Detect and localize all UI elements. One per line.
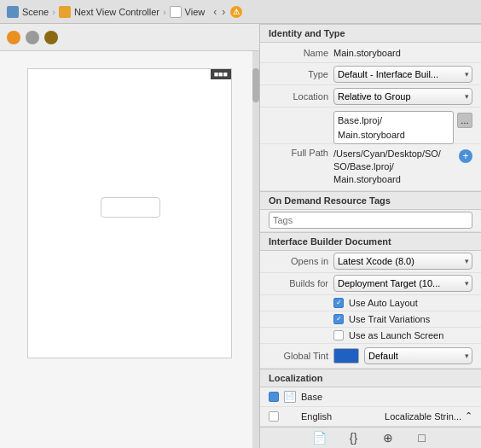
launch-screen-row: Use as Launch Screen <box>260 328 481 344</box>
name-row: Name Main.storyboard <box>260 43 481 63</box>
bottom-btn-add[interactable]: ⊕ <box>378 428 398 448</box>
trait-variations-checkbox[interactable] <box>333 314 344 324</box>
small-widget <box>101 197 160 218</box>
breadcrumb-vc[interactable]: Next View Controller <box>59 6 159 18</box>
fullpath-label: Full Path <box>269 148 328 158</box>
fullpath-row: Full Path /Users/Cyan/Desktop/SO/ SO/Bas… <box>260 144 481 191</box>
opens-in-select[interactable]: Latest Xcode (8.0) <box>333 253 472 270</box>
bottom-btn-code[interactable]: {} <box>344 428 364 448</box>
breadcrumb-view[interactable]: View <box>170 6 206 18</box>
scrollbar-right[interactable] <box>252 51 259 448</box>
tint-select-wrapper: Default ▾ <box>364 347 472 364</box>
localization-section-header: Localization <box>260 369 481 387</box>
vc-label: Next View Controller <box>74 7 159 17</box>
name-label: Name <box>269 48 328 58</box>
bottom-btn-file[interactable]: 📄 <box>310 428 330 448</box>
builds-for-select[interactable]: Deployment Target (10... <box>333 275 472 292</box>
english-file-icon <box>284 410 296 422</box>
frame-top-bar: ■■■ <box>211 69 231 79</box>
english-loc-row: English Localizable Strin... ⌃ <box>260 407 481 427</box>
main-content: ■■■ ↖ Identity and Type Name Main.storyb… <box>0 24 481 448</box>
launch-screen-label: Use as Launch Screen <box>349 330 443 340</box>
view-frame: ■■■ ↖ <box>27 68 232 358</box>
fullpath-text: /Users/Cyan/Desktop/SO/ SO/Base.lproj/ M… <box>333 148 455 187</box>
location-path-text: Base.lproj/ Main.storyboard <box>333 111 454 144</box>
nav-arrows: ‹ › <box>212 6 227 18</box>
location-path-label <box>269 111 328 113</box>
tags-input[interactable] <box>269 212 472 229</box>
opens-in-row: Opens in Latest Xcode (8.0) ▾ <box>260 251 481 273</box>
location-select-wrapper: Relative to Group ▾ <box>333 88 472 105</box>
english-checkbox[interactable] <box>269 411 279 422</box>
trait-variations-label: Use Trait Variations <box>349 314 430 324</box>
identity-section-header: Identity and Type <box>260 24 481 43</box>
english-chevron: ⌃ <box>465 410 472 422</box>
tint-swatch[interactable] <box>333 348 359 364</box>
nav-back-button[interactable]: ‹ <box>212 6 218 18</box>
top-nav-bar: Scene › Next View Controller › View ‹ › … <box>0 0 481 24</box>
tint-label: Global Tint <box>269 351 328 361</box>
canvas-btn-3[interactable] <box>44 31 58 44</box>
auto-layout-checkbox[interactable] <box>333 298 344 308</box>
auto-layout-label: Use Auto Layout <box>349 298 418 308</box>
location-browse-button[interactable]: … <box>457 113 472 128</box>
tags-row <box>260 210 481 232</box>
english-label: English <box>301 411 332 422</box>
opens-in-label: Opens in <box>269 256 328 266</box>
breadcrumb-scene[interactable]: Scene <box>7 6 49 18</box>
right-panel: Identity and Type Name Main.storyboard T… <box>260 24 481 448</box>
canvas-toolbar <box>0 24 259 51</box>
scrollbar-thumb <box>252 68 259 102</box>
fullpath-add-button[interactable]: + <box>459 149 472 163</box>
fullpath-text-area: /Users/Cyan/Desktop/SO/ SO/Base.lproj/ M… <box>333 148 472 187</box>
type-row: Type Default - Interface Buil... ▾ <box>260 63 481 85</box>
view-icon <box>170 6 182 18</box>
trait-variations-row: Use Trait Variations <box>260 311 481 328</box>
base-label: Base <box>301 392 322 402</box>
vc-icon <box>59 6 71 18</box>
canvas-btn-1[interactable] <box>7 31 20 44</box>
location-path-row: Base.lproj/ Main.storyboard … <box>260 108 481 143</box>
builds-for-select-wrapper: Deployment Target (10... ▾ <box>333 275 472 292</box>
scene-icon <box>7 6 19 18</box>
builds-for-label: Builds for <box>269 278 328 288</box>
ib-section-header: Interface Builder Document <box>260 232 481 251</box>
location-label: Location <box>269 91 328 102</box>
warning-icon[interactable]: ⚠ <box>230 6 242 18</box>
canvas-btn-2[interactable] <box>26 31 39 44</box>
base-loc-row: 📄 Base <box>260 387 481 407</box>
launch-screen-checkbox[interactable] <box>333 330 344 340</box>
auto-layout-row: Use Auto Layout <box>260 295 481 311</box>
type-label: Type <box>269 69 328 79</box>
bottom-btn-view[interactable]: □ <box>412 428 432 448</box>
type-select[interactable]: Default - Interface Buil... <box>333 66 472 83</box>
tint-select[interactable]: Default <box>364 347 472 364</box>
location-select[interactable]: Relative to Group <box>333 88 472 105</box>
location-row: Location Relative to Group ▾ <box>260 85 481 108</box>
type-select-wrapper: Default - Interface Buil... ▾ <box>333 66 472 83</box>
ondemand-section-header: On Demand Resource Tags <box>260 191 481 210</box>
canvas-area[interactable]: ■■■ ↖ <box>0 51 259 448</box>
base-file-icon: 📄 <box>284 391 296 403</box>
opens-in-select-wrapper: Latest Xcode (8.0) ▾ <box>333 253 472 270</box>
nav-forward-button[interactable]: › <box>220 6 227 18</box>
name-value: Main.storyboard <box>333 48 472 58</box>
view-label: View <box>185 7 206 17</box>
bottom-toolbar: 📄 {} ⊕ □ <box>260 427 481 448</box>
tint-row: Global Tint Default ▾ <box>260 344 481 369</box>
english-right: Localizable Strin... ⌃ <box>385 410 472 422</box>
scene-label: Scene <box>22 7 49 17</box>
base-checkbox[interactable] <box>269 392 279 402</box>
breadcrumb-sep-2: › <box>163 7 166 17</box>
breadcrumb-sep-1: › <box>52 7 55 17</box>
builds-for-row: Builds for Deployment Target (10... ▾ <box>260 273 481 295</box>
left-panel: ■■■ ↖ <box>0 24 260 448</box>
